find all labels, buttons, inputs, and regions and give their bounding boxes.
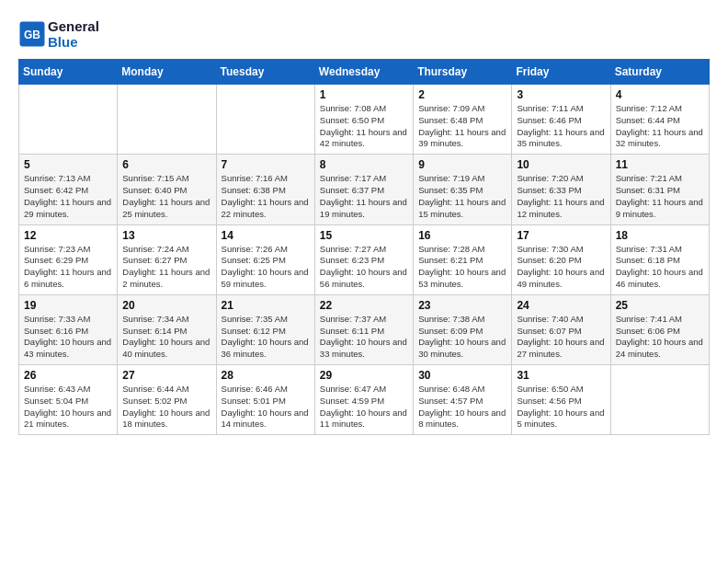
day-info: Sunrise: 7:35 AM Sunset: 6:12 PM Dayligh…	[222, 314, 310, 361]
svg-text:GB: GB	[24, 29, 40, 41]
day-number: 30	[418, 369, 506, 382]
day-info: Sunrise: 7:40 AM Sunset: 6:07 PM Dayligh…	[517, 314, 605, 361]
calendar-cell: 30Sunrise: 6:48 AM Sunset: 4:57 PM Dayli…	[414, 365, 512, 435]
calendar-cell: 17Sunrise: 7:30 AM Sunset: 6:20 PM Dayli…	[512, 224, 610, 294]
week-row-2: 5Sunrise: 7:13 AM Sunset: 6:42 PM Daylig…	[19, 155, 710, 224]
calendar-cell: 24Sunrise: 7:40 AM Sunset: 6:07 PM Dayli…	[512, 294, 610, 364]
day-info: Sunrise: 7:38 AM Sunset: 6:09 PM Dayligh…	[418, 314, 506, 361]
day-number: 18	[616, 229, 704, 242]
day-number: 26	[24, 369, 112, 382]
day-number: 12	[24, 229, 112, 242]
day-number: 1	[320, 88, 408, 101]
calendar-cell: 15Sunrise: 7:27 AM Sunset: 6:23 PM Dayli…	[314, 224, 413, 294]
day-number: 7	[222, 158, 310, 171]
day-number: 15	[320, 229, 408, 242]
day-info: Sunrise: 7:20 AM Sunset: 6:33 PM Dayligh…	[517, 173, 605, 220]
day-info: Sunrise: 7:15 AM Sunset: 6:40 PM Dayligh…	[122, 173, 210, 220]
day-number: 8	[320, 158, 408, 171]
day-header-friday: Friday	[512, 60, 610, 85]
day-number: 29	[320, 369, 408, 382]
calendar-cell: 2Sunrise: 7:09 AM Sunset: 6:48 PM Daylig…	[414, 85, 512, 155]
day-info: Sunrise: 6:48 AM Sunset: 4:57 PM Dayligh…	[418, 384, 506, 431]
calendar-cell: 20Sunrise: 7:34 AM Sunset: 6:14 PM Dayli…	[118, 294, 216, 364]
day-number: 31	[517, 369, 605, 382]
day-number: 10	[517, 158, 605, 171]
week-row-1: 1Sunrise: 7:08 AM Sunset: 6:50 PM Daylig…	[19, 85, 710, 155]
day-info: Sunrise: 7:17 AM Sunset: 6:37 PM Dayligh…	[320, 173, 408, 220]
day-info: Sunrise: 7:34 AM Sunset: 6:14 PM Dayligh…	[122, 314, 210, 361]
calendar-cell	[19, 85, 118, 155]
calendar-cell: 13Sunrise: 7:24 AM Sunset: 6:27 PM Dayli…	[118, 224, 216, 294]
calendar-table: SundayMondayTuesdayWednesdayThursdayFrid…	[18, 59, 710, 435]
day-number: 21	[222, 299, 310, 312]
calendar-cell: 3Sunrise: 7:11 AM Sunset: 6:46 PM Daylig…	[512, 85, 610, 155]
week-row-4: 19Sunrise: 7:33 AM Sunset: 6:16 PM Dayli…	[19, 294, 710, 364]
calendar-cell: 23Sunrise: 7:38 AM Sunset: 6:09 PM Dayli…	[414, 294, 512, 364]
day-number: 11	[616, 158, 704, 171]
day-number: 14	[222, 229, 310, 242]
calendar-cell: 31Sunrise: 6:50 AM Sunset: 4:56 PM Dayli…	[512, 365, 610, 435]
day-number: 16	[418, 229, 506, 242]
calendar-cell: 4Sunrise: 7:12 AM Sunset: 6:44 PM Daylig…	[610, 85, 709, 155]
day-info: Sunrise: 7:30 AM Sunset: 6:20 PM Dayligh…	[517, 244, 605, 291]
day-header-wednesday: Wednesday	[314, 60, 413, 85]
day-number: 19	[24, 299, 112, 312]
calendar-header-row: SundayMondayTuesdayWednesdayThursdayFrid…	[19, 60, 710, 85]
day-info: Sunrise: 7:16 AM Sunset: 6:38 PM Dayligh…	[222, 173, 310, 220]
calendar-cell: 26Sunrise: 6:43 AM Sunset: 5:04 PM Dayli…	[19, 365, 118, 435]
day-info: Sunrise: 7:11 AM Sunset: 6:46 PM Dayligh…	[517, 103, 605, 150]
day-number: 6	[122, 158, 210, 171]
day-number: 4	[616, 88, 704, 101]
day-number: 25	[616, 299, 704, 312]
page-header: GB General Blue	[18, 18, 710, 50]
calendar-cell: 14Sunrise: 7:26 AM Sunset: 6:25 PM Dayli…	[216, 224, 314, 294]
day-number: 3	[517, 88, 605, 101]
day-header-monday: Monday	[118, 60, 216, 85]
day-number: 22	[320, 299, 408, 312]
day-header-saturday: Saturday	[610, 60, 709, 85]
day-info: Sunrise: 6:44 AM Sunset: 5:02 PM Dayligh…	[122, 384, 210, 431]
calendar-cell: 29Sunrise: 6:47 AM Sunset: 4:59 PM Dayli…	[314, 365, 413, 435]
day-info: Sunrise: 7:23 AM Sunset: 6:29 PM Dayligh…	[24, 244, 112, 291]
day-number: 5	[24, 158, 112, 171]
calendar-cell: 6Sunrise: 7:15 AM Sunset: 6:40 PM Daylig…	[118, 155, 216, 224]
day-header-thursday: Thursday	[414, 60, 512, 85]
logo-icon: GB	[18, 20, 46, 48]
day-info: Sunrise: 6:50 AM Sunset: 4:56 PM Dayligh…	[517, 384, 605, 431]
day-info: Sunrise: 7:24 AM Sunset: 6:27 PM Dayligh…	[122, 244, 210, 291]
day-number: 24	[517, 299, 605, 312]
week-row-5: 26Sunrise: 6:43 AM Sunset: 5:04 PM Dayli…	[19, 365, 710, 435]
day-info: Sunrise: 6:46 AM Sunset: 5:01 PM Dayligh…	[222, 384, 310, 431]
day-number: 28	[222, 369, 310, 382]
day-number: 17	[517, 229, 605, 242]
day-info: Sunrise: 7:37 AM Sunset: 6:11 PM Dayligh…	[320, 314, 408, 361]
day-number: 27	[122, 369, 210, 382]
day-info: Sunrise: 7:13 AM Sunset: 6:42 PM Dayligh…	[24, 173, 112, 220]
day-info: Sunrise: 6:47 AM Sunset: 4:59 PM Dayligh…	[320, 384, 408, 431]
day-number: 20	[122, 299, 210, 312]
calendar-cell: 19Sunrise: 7:33 AM Sunset: 6:16 PM Dayli…	[19, 294, 118, 364]
calendar-cell: 16Sunrise: 7:28 AM Sunset: 6:21 PM Dayli…	[414, 224, 512, 294]
calendar-body: 1Sunrise: 7:08 AM Sunset: 6:50 PM Daylig…	[19, 85, 710, 435]
week-row-3: 12Sunrise: 7:23 AM Sunset: 6:29 PM Dayli…	[19, 224, 710, 294]
day-header-sunday: Sunday	[19, 60, 118, 85]
calendar-cell: 7Sunrise: 7:16 AM Sunset: 6:38 PM Daylig…	[216, 155, 314, 224]
calendar-cell: 12Sunrise: 7:23 AM Sunset: 6:29 PM Dayli…	[19, 224, 118, 294]
calendar-cell: 25Sunrise: 7:41 AM Sunset: 6:06 PM Dayli…	[610, 294, 709, 364]
calendar-cell: 28Sunrise: 6:46 AM Sunset: 5:01 PM Dayli…	[216, 365, 314, 435]
calendar-cell	[610, 365, 709, 435]
day-info: Sunrise: 7:31 AM Sunset: 6:18 PM Dayligh…	[616, 244, 704, 291]
day-info: Sunrise: 7:12 AM Sunset: 6:44 PM Dayligh…	[616, 103, 704, 150]
calendar-cell: 8Sunrise: 7:17 AM Sunset: 6:37 PM Daylig…	[314, 155, 413, 224]
calendar-cell: 18Sunrise: 7:31 AM Sunset: 6:18 PM Dayli…	[610, 224, 709, 294]
day-info: Sunrise: 7:26 AM Sunset: 6:25 PM Dayligh…	[222, 244, 310, 291]
calendar-cell: 10Sunrise: 7:20 AM Sunset: 6:33 PM Dayli…	[512, 155, 610, 224]
day-info: Sunrise: 7:33 AM Sunset: 6:16 PM Dayligh…	[24, 314, 112, 361]
day-number: 13	[122, 229, 210, 242]
day-info: Sunrise: 7:08 AM Sunset: 6:50 PM Dayligh…	[320, 103, 408, 150]
day-info: Sunrise: 7:21 AM Sunset: 6:31 PM Dayligh…	[616, 173, 704, 220]
calendar-cell	[118, 85, 216, 155]
logo: GB General Blue	[18, 18, 99, 50]
calendar-cell: 11Sunrise: 7:21 AM Sunset: 6:31 PM Dayli…	[610, 155, 709, 224]
day-number: 9	[418, 158, 506, 171]
